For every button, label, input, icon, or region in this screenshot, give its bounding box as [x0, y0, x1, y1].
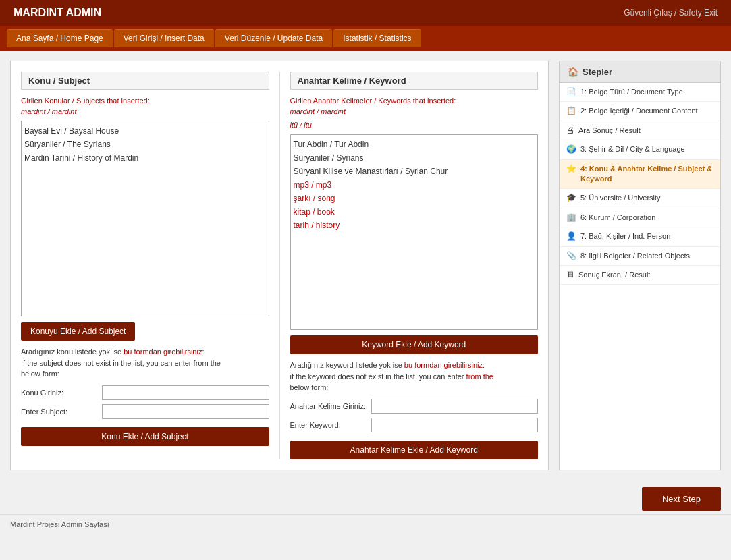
list-item: Süryaniler / Syrians [294, 151, 535, 165]
subject-section-title: Konu / Subject [21, 72, 269, 90]
list-item: mp3 / mp3 [294, 178, 535, 192]
nav-bar: Ana Sayfa / Home Page Veri Girişi / Inse… [0, 26, 731, 51]
subject-keyword-icon: ⭐ [566, 164, 576, 173]
sidebar-item-ara-sonuc[interactable]: 🖨 Ara Sonuç / Result [560, 121, 720, 140]
sidebar-item-ind-person[interactable]: 👤 7: Bağ. Kişiler / Ind. Person [560, 227, 720, 246]
sidebar-item-label: 2: Belge İçeriği / Document Content [580, 106, 713, 116]
keyword-inserted-value2: itü / itu [290, 121, 539, 129]
doc-content-icon: 📋 [566, 106, 576, 115]
konu-label: Konu Giriniz: [21, 389, 102, 397]
nav-insert[interactable]: Veri Girişi / Insert Data [114, 29, 214, 47]
subject-inserted-value: mardint / mardint [21, 107, 269, 115]
anahtar-kelime-label: Anahtar Kelime Giriniz: [290, 402, 371, 410]
keyword-listbox[interactable]: Tur Abdin / Tur Abdin Süryaniler / Syria… [290, 134, 539, 330]
add-subject-button[interactable]: Konuyu Ekle / Add Subject [21, 322, 135, 341]
corporation-icon: 🏢 [566, 213, 576, 222]
next-step-area: Next Step [0, 480, 731, 514]
nav-home[interactable]: Ana Sayfa / Home Page [7, 29, 113, 47]
keyword-list-inner: Tur Abdin / Tur Abdin Süryaniler / Syria… [294, 138, 535, 232]
keyword-inserted-label: Girilen Anahtar Kelimeler / Keywords tha… [290, 96, 539, 105]
ara-sonuc-icon: 🖨 [566, 125, 574, 135]
sidebar-item-university[interactable]: 🎓 5: Üniversite / University [560, 189, 720, 208]
list-item: Süryaniler / The Syrians [24, 138, 266, 151]
nav-stats[interactable]: İstatistik / Statistics [333, 29, 421, 47]
sidebar-item-document-type[interactable]: 📄 1: Belge Türü / Document Type [560, 83, 720, 102]
content-panel: Konu / Subject Girilen Konular / Subject… [10, 61, 549, 470]
sidebar-item-related-objects[interactable]: 📎 8: İlgili Belgeler / Related Objects [560, 247, 720, 266]
sidebar-item-label: 8: İlgili Belgeler / Related Objects [580, 251, 713, 261]
list-item: tarih / history [294, 219, 535, 232]
list-item: Mardin Tarihi / History of Mardin [24, 151, 266, 165]
sidebar-item-label: 6: Kurum / Corporation [580, 213, 713, 223]
keyword-form-row1: Anahtar Kelime Giriniz: [290, 399, 539, 414]
app-title: MARDINT ADMIN [13, 7, 101, 19]
list-item: Süryani Kilise ve Manastırları / Syrian … [294, 165, 535, 178]
anahtar-kelime-input[interactable] [371, 399, 539, 414]
subject-inserted-label: Girilen Konular / Subjects that inserted… [21, 96, 269, 105]
sidebar-item-result[interactable]: 🖥 Sonuç Ekranı / Result [560, 266, 720, 285]
list-item: Tur Abdin / Tur Abdin [294, 138, 535, 151]
keyword-inserted-value1: mardint / mardint [290, 107, 539, 115]
sidebar-item-subject-keyword[interactable]: ⭐ 4: Konu & Anahtar Kelime / Subject & K… [560, 160, 720, 190]
sidebar-item-label: Ara Sonuç / Result [578, 125, 713, 136]
safety-exit[interactable]: Güvenli Çıkış / Safety Exit [624, 8, 718, 18]
house-icon: 🏠 [568, 67, 578, 77]
result-icon: 🖥 [566, 270, 574, 279]
university-icon: 🎓 [566, 193, 576, 202]
keyword-form-row2: Enter Keyword: [290, 418, 539, 432]
sidebar-item-label: Sonuç Ekranı / Result [578, 270, 713, 280]
header: MARDINT ADMIN Güvenli Çıkış / Safety Exi… [0, 0, 731, 26]
sidebar-item-label: 4: Konu & Anahtar Kelime / Subject & Key… [580, 164, 713, 185]
subject-helper-text: Aradığınız konu listede yok ise bu formd… [21, 346, 269, 380]
list-item: şarkı / song [294, 192, 535, 205]
enter-subject-label: Enter Subject: [21, 408, 102, 416]
enter-keyword-label: Enter Keyword: [290, 421, 371, 429]
list-item: kitap / book [294, 205, 535, 219]
footer: Mardint Projesi Admin Sayfası [0, 514, 731, 534]
two-columns: Konu / Subject Girilen Konular / Subject… [21, 72, 538, 459]
sidebar-item-corporation[interactable]: 🏢 6: Kurum / Corporation [560, 208, 720, 227]
keyword-section-title: Anahtar Kelime / Keyword [290, 72, 539, 90]
related-objects-icon: 📎 [566, 251, 576, 260]
sidebar-item-label: 1: Belge Türü / Document Type [580, 87, 713, 97]
next-step-button[interactable]: Next Step [642, 487, 721, 511]
sidebar-item-label: 3: Şehir & Dil / City & Language [580, 144, 713, 155]
keyword-column: Anahtar Kelime / Keyword Girilen Anahtar… [290, 72, 539, 459]
subject-list-inner: Baysal Evi / Baysal House Süryaniler / T… [24, 124, 266, 165]
add-keyword-button[interactable]: Keyword Ekle / Add Keyword [290, 335, 539, 354]
sidebar-title: 🏠 Stepler [560, 61, 720, 83]
nav-update[interactable]: Veri Düzenle / Update Data [215, 29, 332, 47]
main-area: Konu / Subject Girilen Konular / Subject… [0, 51, 731, 480]
sidebar-item-label: 5: Üniversite / University [580, 193, 713, 203]
subject-column: Konu / Subject Girilen Konular / Subject… [21, 72, 280, 459]
konu-input[interactable] [102, 385, 269, 400]
anahtar-kelime-ekle-button[interactable]: Anahtar Kelime Ekle / Add Keyword [290, 441, 539, 459]
subject-listbox[interactable]: Baysal Evi / Baysal House Süryaniler / T… [21, 121, 269, 316]
keyword-helper-text: Aradığınız keyword listede yok ise bu fo… [290, 360, 539, 393]
sidebar-item-label: 7: Bağ. Kişiler / Ind. Person [580, 231, 713, 242]
sidebar-item-document-content[interactable]: 📋 2: Belge İçeriği / Document Content [560, 102, 720, 121]
enter-subject-input[interactable] [102, 404, 269, 419]
enter-keyword-input[interactable] [371, 418, 539, 432]
konu-ekle-button[interactable]: Konu Ekle / Add Subject [21, 427, 269, 446]
subject-form-row1: Konu Giriniz: [21, 385, 269, 400]
sidebar-item-city-language[interactable]: 🌍 3: Şehir & Dil / City & Language [560, 140, 720, 159]
person-icon: 👤 [566, 231, 576, 241]
footer-text: Mardint Projesi Admin Sayfası [10, 520, 109, 528]
list-item: Baysal Evi / Baysal House [24, 124, 266, 138]
stepler-sidebar: 🏠 Stepler 📄 1: Belge Türü / Document Typ… [559, 61, 721, 470]
city-lang-icon: 🌍 [566, 144, 576, 154]
subject-form-row2: Enter Subject: [21, 404, 269, 419]
doc-type-icon: 📄 [566, 87, 576, 96]
